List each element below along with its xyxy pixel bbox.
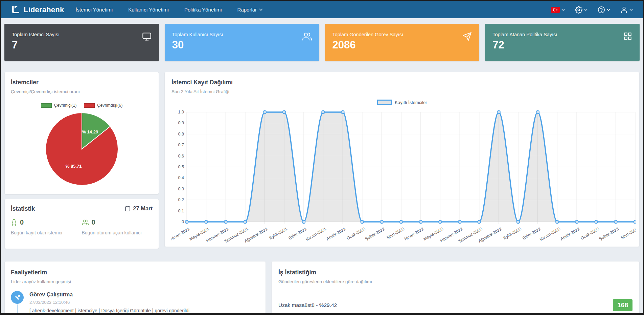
svg-text:Ekim-2022: Ekim-2022	[522, 226, 542, 240]
brand[interactable]: Liderahenk	[10, 5, 64, 15]
nav-item-politika-yonetimi[interactable]: Politika Yönetimi	[184, 7, 222, 13]
series-label: Kayıtlı İstemciler	[395, 100, 427, 105]
legend-label: Çevrimdışı(6)	[97, 103, 122, 108]
activity-item[interactable]: Görev Çalıştırma 27/03/2023 12:10:46 [ a…	[11, 291, 259, 313]
registration-panel-subtitle: Son 2 Yıla Ait İstemci Grafiği	[171, 89, 632, 94]
card-value: 7	[12, 40, 152, 50]
svg-text:Şubat-2023: Şubat-2023	[598, 226, 620, 241]
statistics-date-label: 27 Mart	[133, 205, 153, 212]
registration-line-chart[interactable]: Kayıtlı İstemciler 00.10.20.30.40.50.60.…	[171, 98, 632, 247]
activity-title: Görev Çalıştırma	[29, 291, 191, 298]
svg-text:0.2: 0.2	[178, 197, 184, 202]
svg-text:% 14.29: % 14.29	[82, 129, 98, 134]
svg-text:Aralık-2021: Aralık-2021	[325, 226, 346, 241]
chevron-down-icon	[629, 9, 633, 11]
statistics-panel-title: İstatistik	[11, 205, 35, 212]
grid-icon	[623, 32, 632, 41]
svg-text:Kasım-2022: Kasım-2022	[539, 226, 561, 242]
users-icon	[302, 32, 312, 41]
svg-text:Ocak-2022: Ocak-2022	[346, 226, 366, 241]
brand-name: Liderahenk	[24, 5, 64, 14]
card-total-clients[interactable]: Toplam İstemci Sayısı 7	[4, 24, 159, 61]
card-total-tasks[interactable]: Toplam Gönderilen Görev Sayısı 2086	[325, 24, 480, 61]
language-menu[interactable]	[551, 7, 565, 13]
penguin-icon	[11, 219, 17, 226]
card-label: Toplam Kullanıcı Sayısı	[172, 32, 312, 37]
svg-text:0.8: 0.8	[178, 132, 184, 136]
user-icon	[620, 6, 628, 14]
svg-text:Nisan-2021: Nisan-2021	[171, 226, 191, 241]
nav-item-raporlar[interactable]: Raporlar	[237, 7, 263, 13]
chevron-down-icon	[259, 8, 263, 11]
legend-item-offline[interactable]: Çevrimdışı(6)	[84, 103, 122, 108]
card-value: 30	[172, 40, 312, 50]
task-stat-row: Uzak masaüstü - %29.42 168	[278, 299, 632, 311]
card-total-users[interactable]: Toplam Kullanıcı Sayısı 30	[165, 24, 319, 61]
statistics-date: 27 Mart	[125, 205, 153, 212]
card-value: 72	[492, 40, 632, 50]
summary-cards-row: Toplam İstemci Sayısı 7 Toplam Kullanıcı…	[1, 18, 643, 61]
navbar-right-menu	[551, 6, 633, 14]
svg-text:% 85.71: % 85.71	[65, 164, 82, 169]
stat-label: Bugün oturum açan kullanıcı	[82, 230, 153, 235]
nav-item-kullanici-yonetimi[interactable]: Kullanıcı Yönetimi	[128, 7, 169, 13]
svg-text:Eylül-2022: Eylül-2022	[502, 226, 522, 240]
task-stats-panel-subtitle: Gönderilen görevlerin eklentilere göre d…	[278, 279, 632, 284]
line-chart-svg: 00.10.20.30.40.50.60.70.80.91.0Nisan-202…	[171, 98, 636, 247]
session-users-icon	[82, 219, 89, 226]
svg-text:Şubat-2022: Şubat-2022	[364, 226, 386, 241]
send-icon	[462, 32, 472, 41]
help-menu[interactable]	[598, 6, 610, 14]
send-icon	[15, 295, 20, 300]
app-window: Liderahenk İstemci Yönetimi Kullanıcı Yö…	[0, 0, 644, 315]
settings-menu[interactable]	[575, 6, 588, 14]
account-menu[interactable]	[620, 6, 633, 14]
svg-text:Kasım-2021: Kasım-2021	[305, 226, 327, 242]
chevron-down-icon	[607, 9, 610, 11]
activities-panel-subtitle: Lider arayüz kullanım geçmişi	[11, 279, 259, 284]
statistics-panel: İstatistik 27 Mart	[4, 199, 159, 249]
line-legend[interactable]: Kayıtlı İstemciler	[377, 100, 427, 105]
offline-swatch	[84, 103, 95, 108]
svg-text:Mart-2022: Mart-2022	[386, 226, 405, 240]
svg-text:0.9: 0.9	[178, 121, 184, 125]
card-label: Toplam Gönderilen Görev Sayısı	[332, 32, 472, 37]
svg-text:Aralık-2022: Aralık-2022	[559, 226, 580, 241]
online-swatch	[41, 103, 52, 108]
activities-panel-title: Faaliyetlerim	[11, 269, 259, 276]
card-label: Toplam Atanan Politika Sayısı	[492, 32, 632, 37]
help-icon	[598, 6, 605, 14]
activities-panel: Faaliyetlerim Lider arayüz kullanım geçm…	[4, 261, 266, 315]
nav-item-raporlar-label: Raporlar	[237, 7, 257, 13]
clients-panel: İstemciler Çevrimiçi/Çevrimdışı istemci …	[4, 72, 159, 194]
monitor-icon	[142, 32, 152, 41]
pie-legend: Çevrimiçi(1) Çevrimdışı(6)	[11, 103, 153, 108]
card-label: Toplam İstemci Sayısı	[12, 32, 152, 37]
stat-value: 0	[92, 218, 95, 226]
nav-item-istemci-yonetimi[interactable]: İstemci Yönetimi	[75, 7, 113, 13]
stat-sessions-today: 0 Bugün oturum açan kullanıcı	[82, 218, 153, 235]
clients-panel-subtitle: Çevrimiçi/Çevrimdışı istemci oranı	[11, 89, 153, 94]
registration-panel-title: İstemci Kayıt Dağılımı	[171, 79, 632, 86]
main-menu: İstemci Yönetimi Kullanıcı Yönetimi Poli…	[75, 7, 263, 13]
chevron-down-icon	[561, 9, 565, 11]
svg-text:0.6: 0.6	[178, 154, 184, 159]
gear-icon	[575, 6, 582, 14]
legend-item-online[interactable]: Çevrimiçi(1)	[41, 103, 77, 108]
task-stats-panel: İş İstatistiğim Gönderilen görevlerin ek…	[271, 261, 640, 315]
svg-text:0.7: 0.7	[178, 143, 184, 147]
svg-text:Nisan-2022: Nisan-2022	[404, 226, 424, 241]
task-stat-label: Uzak masaüstü - %29.42	[278, 302, 337, 308]
card-total-policies[interactable]: Toplam Atanan Politika Sayısı 72	[485, 24, 640, 61]
card-value: 2086	[332, 40, 472, 50]
legend-label: Çevrimiçi(1)	[54, 103, 77, 108]
turkish-flag-icon	[551, 7, 560, 13]
activity-description: [ ahenk-development ] istemciye [ Dosya …	[29, 308, 191, 313]
liderahenk-logo-icon	[10, 5, 21, 15]
activity-icon-circle	[11, 291, 24, 304]
clients-pie-chart[interactable]: % 14.29% 85.71	[45, 112, 118, 186]
task-stats-panel-title: İş İstatistiğim	[278, 269, 632, 276]
svg-text:Mart-2023: Mart-2023	[620, 226, 636, 240]
svg-text:0.3: 0.3	[178, 187, 184, 191]
stat-label: Bugün kayıt olan istemci	[11, 230, 82, 235]
